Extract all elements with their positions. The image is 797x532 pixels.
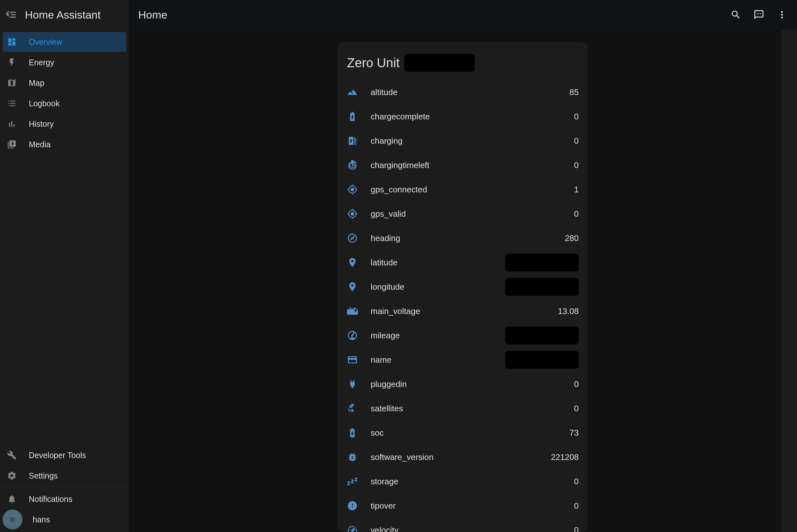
sidebar-item-energy[interactable]: Energy [3, 53, 126, 72]
sidebar-item-settings[interactable]: Settings [3, 466, 126, 486]
entity-label: longitude [371, 282, 505, 292]
content: Zero Unit altitude85chargecomplete0charg… [129, 30, 797, 532]
entity-label: software_version [371, 452, 551, 462]
entity-value: 0 [574, 501, 579, 511]
sidebar-header: Home Assistant [0, 0, 129, 30]
entity-value: 0 [574, 404, 579, 414]
gauge-icon [347, 330, 358, 341]
chart-icon [7, 119, 17, 129]
logbook-icon [7, 99, 17, 108]
redacted [505, 278, 579, 296]
dots-vertical-icon[interactable] [777, 9, 787, 20]
sidebar-item-notifications[interactable]: Notifications [3, 489, 126, 509]
battery-charging-icon [347, 427, 358, 438]
entity-row[interactable]: charging0 [338, 129, 588, 153]
topbar: Home [129, 0, 797, 30]
entity-row[interactable]: chargecomplete0 [338, 104, 588, 129]
bell-icon [7, 494, 17, 504]
entity-label: name [371, 355, 505, 365]
entity-value: 13.08 [558, 306, 579, 316]
ev-station-icon [347, 135, 358, 146]
entity-label: charging [371, 136, 574, 146]
search-icon[interactable] [730, 9, 741, 20]
sidebar-user[interactable]: h hans [3, 510, 126, 529]
entity-row[interactable]: altitude85 [338, 80, 588, 104]
sidebar-item-label: Media [29, 140, 51, 149]
entity-label: satellites [371, 404, 574, 414]
entity-row[interactable]: soc73 [338, 421, 588, 445]
speedometer-icon [347, 525, 358, 532]
entities-list: altitude85chargecomplete0charging0chargi… [338, 80, 588, 532]
sidebar-item-label: Energy [29, 58, 54, 67]
entity-value: 85 [569, 88, 579, 97]
entity-row[interactable]: longitude [338, 274, 588, 299]
card-title: Zero Unit [338, 49, 588, 80]
entity-row[interactable]: storage0 [338, 469, 588, 494]
entity-row[interactable]: software_version221208 [338, 445, 588, 469]
entity-row[interactable]: velocity0 [338, 518, 588, 532]
sidebar-item-label: Settings [29, 471, 58, 480]
redacted [505, 351, 579, 369]
sidebar-item-label: History [29, 119, 54, 129]
entity-value: 0 [574, 525, 579, 532]
user-name: hans [33, 515, 50, 524]
sleep-icon [347, 476, 358, 487]
map-marker-icon [347, 257, 358, 268]
entity-label: heading [371, 233, 565, 243]
entity-value: 221208 [551, 452, 579, 462]
card-title-text: Zero Unit [347, 56, 400, 70]
entity-value: 73 [569, 428, 579, 438]
entity-row[interactable]: gps_connected1 [338, 177, 588, 202]
entity-value: 0 [574, 209, 579, 219]
entity-row[interactable]: mileage [338, 323, 588, 348]
entity-row[interactable]: gps_valid0 [338, 202, 588, 226]
sidebar-item-history[interactable]: History [3, 114, 126, 134]
entity-label: velocity [371, 525, 574, 532]
crosshairs-icon [347, 184, 358, 195]
sidebar-item-map[interactable]: Map [3, 73, 126, 93]
car-battery-icon [347, 306, 358, 317]
sidebar-item-label: Map [29, 78, 44, 88]
entity-label: mileage [371, 331, 505, 341]
entity-row[interactable]: heading280 [338, 226, 588, 250]
map-marker-icon [347, 281, 358, 292]
map-icon [7, 78, 17, 88]
scrollbar[interactable] [781, 30, 797, 532]
entity-label: main_voltage [371, 306, 558, 316]
card-icon [347, 354, 358, 365]
sidebar-item-label: Logbook [29, 99, 59, 108]
media-icon [7, 139, 17, 149]
sidebar-item-developer-tools[interactable]: Developer Tools [3, 445, 126, 465]
menu-collapse-icon[interactable] [6, 9, 17, 20]
page-title: Home [138, 8, 167, 21]
entity-label: altitude [371, 88, 569, 97]
avatar: h [3, 510, 22, 529]
sidebar-item-label: Overview [29, 37, 62, 47]
redacted [505, 253, 579, 271]
entity-row[interactable]: main_voltage13.08 [338, 299, 588, 323]
entity-row[interactable]: name [338, 348, 588, 372]
entity-value: 1 [574, 185, 579, 195]
compass-icon [347, 233, 358, 244]
entity-row[interactable]: chargingtimeleft0 [338, 153, 588, 177]
redacted [404, 54, 475, 72]
entity-row[interactable]: pluggedin0 [338, 372, 588, 396]
main: Home Zero Unit altitude85chargecomplete0… [129, 0, 797, 532]
app-title: Home Assistant [25, 8, 100, 21]
chat-icon[interactable] [754, 9, 764, 20]
sidebar-item-label: Notifications [29, 495, 72, 504]
sidebar-item-media[interactable]: Media [3, 134, 126, 154]
sidebar-item-overview[interactable]: Overview [3, 32, 126, 52]
entity-row[interactable]: tipover0 [338, 494, 588, 518]
entity-value: 0 [574, 160, 579, 170]
entity-label: latitude [371, 258, 505, 268]
power-plug-icon [347, 379, 358, 390]
sidebar: Home Assistant Overview Energy Map Logbo… [0, 0, 129, 532]
altitude-icon [347, 87, 358, 98]
entity-row[interactable]: latitude [338, 250, 588, 274]
timer-icon [347, 160, 358, 171]
entity-value: 0 [574, 379, 579, 389]
sidebar-item-logbook[interactable]: Logbook [3, 93, 126, 113]
entity-row[interactable]: satellites0 [338, 396, 588, 421]
entity-label: storage [371, 477, 574, 487]
